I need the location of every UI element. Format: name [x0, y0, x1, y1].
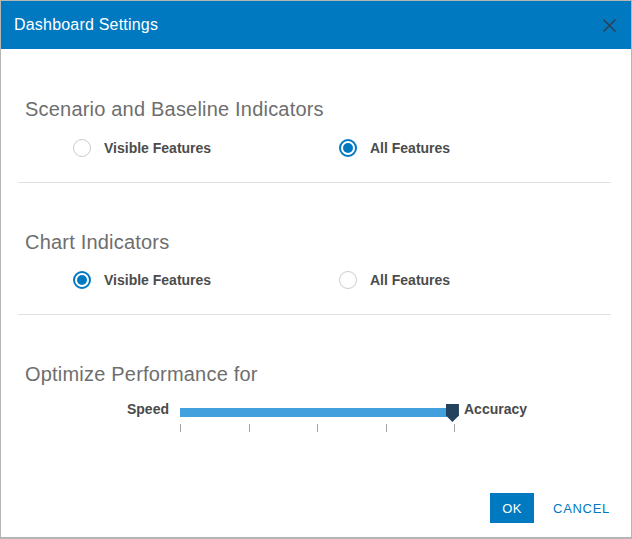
slider-ticks [180, 424, 455, 432]
dialog-header: Dashboard Settings [1, 1, 631, 49]
section-divider [18, 182, 611, 183]
radio-icon[interactable] [73, 271, 91, 289]
dashboard-settings-dialog: Dashboard Settings Scenario and Baseline… [0, 0, 632, 539]
dialog-footer: OK CANCEL [490, 493, 610, 523]
slider-handle[interactable] [446, 404, 459, 422]
close-x-glyph [602, 18, 617, 33]
section-divider [18, 314, 611, 315]
tick-mark [249, 424, 250, 432]
slider-max-label: Accuracy [464, 401, 527, 417]
section-heading-chart-indicators: Chart Indicators [25, 231, 169, 254]
section-heading-optimize-performance: Optimize Performance for [25, 363, 258, 386]
section-heading-scenario-baseline: Scenario and Baseline Indicators [25, 98, 324, 121]
tick-mark [317, 424, 318, 432]
radio-icon[interactable] [339, 271, 357, 289]
radio-option-chart-visible-features[interactable]: Visible Features [73, 270, 211, 289]
ok-button[interactable]: OK [490, 493, 534, 523]
radio-option-chart-all-features[interactable]: All Features [339, 270, 450, 289]
tick-mark [454, 424, 455, 432]
radio-icon[interactable] [339, 139, 357, 157]
radio-icon[interactable] [73, 139, 91, 157]
radio-label: All Features [370, 272, 450, 288]
dialog-title: Dashboard Settings [14, 16, 158, 34]
radio-label: All Features [370, 140, 450, 156]
cancel-button[interactable]: CANCEL [553, 501, 610, 516]
tick-mark [386, 424, 387, 432]
slider-track[interactable] [180, 408, 458, 417]
close-icon[interactable] [600, 16, 618, 34]
radio-option-scenario-all-features[interactable]: All Features [339, 138, 450, 157]
radio-option-scenario-visible-features[interactable]: Visible Features [73, 138, 211, 157]
radio-label: Visible Features [104, 272, 211, 288]
tick-mark [180, 424, 181, 432]
radio-label: Visible Features [104, 140, 211, 156]
slider-min-label: Speed [41, 401, 169, 417]
